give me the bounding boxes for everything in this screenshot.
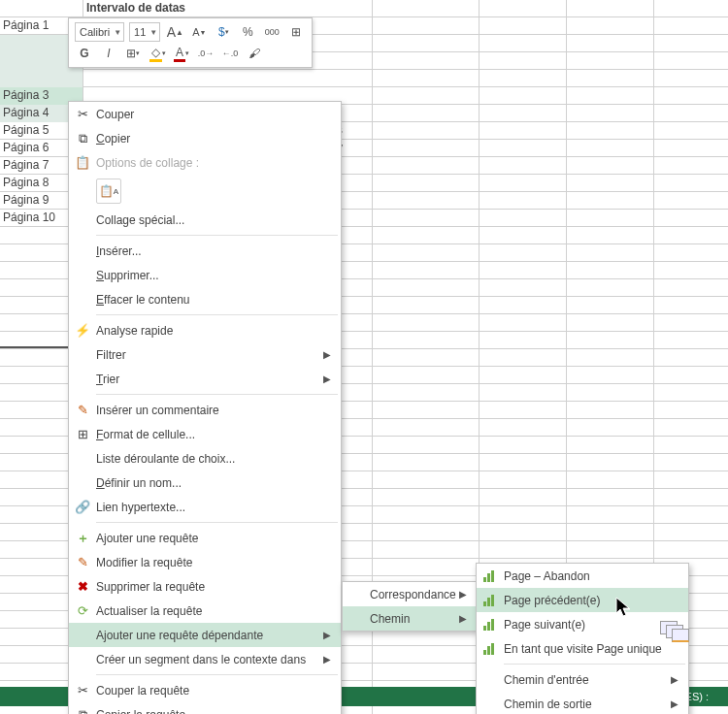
ctx-format-cells[interactable]: ⊞Format de cellule... [69,422,341,446]
scissors-icon: ✂ [69,683,96,698]
ctx-define-name[interactable]: Définir un nom... [69,471,341,495]
sub2-page-precedent[interactable]: Page précédent(e) [477,588,688,612]
quick-analysis-icon: ⚡ [69,323,96,338]
submenu-dependent: Correspondance▶ Chemin▶ [342,581,478,632]
sub-chemin[interactable]: Chemin▶ [343,606,477,631]
delete-icon: ✖ [69,579,96,594]
header-intervalo[interactable]: Intervalo de datas [83,0,373,17]
ctx-create-segment[interactable]: Créer un segment dans le contexte dans▶ [69,647,341,671]
fill-color-icon[interactable]: ◇▾ [148,44,167,63]
ctx-cut[interactable]: ✂Couper [69,102,341,126]
copy-icon: ⧉ [69,131,96,146]
ctx-delete[interactable]: Supprimer... [69,263,341,287]
ctx-copy[interactable]: ⧉Copier [69,126,341,150]
ctx-refresh-query[interactable]: ⟳Actualiser la requête [69,599,341,623]
ctx-hyperlink[interactable]: 🔗Lien hypertexte... [69,495,341,519]
italic-button[interactable]: I [99,44,118,63]
chart-icon [477,619,504,631]
refresh-icon: ⟳ [69,603,96,618]
ctx-insert-comment[interactable]: ✎Insérer un commentaire [69,398,341,422]
context-menu: ✂Couper ⧉Copier 📋Options de collage : 📋A… [68,101,342,714]
ctx-add-query[interactable]: ＋Ajouter une requête [69,526,341,550]
sub2-chemin-entree[interactable]: Chemin d'entrée▶ [477,667,688,692]
add-icon: ＋ [69,530,96,547]
ctx-dropdown-list[interactable]: Liste déroulante de choix... [69,446,341,471]
sub-correspondance[interactable]: Correspondance▶ [343,582,477,606]
decrease-decimal-icon[interactable]: .0→ [196,44,215,63]
ctx-add-dependent-query[interactable]: Ajouter une requête dépendante▶ [69,623,341,647]
ctx-paste-options-label: 📋Options de collage : [69,150,341,175]
cell-a1[interactable] [0,0,83,17]
ctx-filter[interactable]: Filtrer▶ [69,342,341,367]
clipboard-icon: 📋 [69,155,96,170]
font-color-icon[interactable]: A▾ [172,44,191,63]
ctx-cut-query[interactable]: ✂Couper la requête [69,678,341,702]
copy-icon: ⧉ [69,707,96,715]
ctx-clear[interactable]: Effacer le contenu [69,287,341,311]
increase-decimal-icon[interactable]: ←.0 [220,44,240,63]
borders-icon[interactable]: ⊞▾ [123,44,143,63]
sub2-chemin-sortie[interactable]: Chemin de sortie▶ [477,692,688,714]
ctx-insert[interactable]: Insérer... [69,239,341,263]
submenu-chemin: Page – Abandon Page précédent(e) Page su… [476,563,689,714]
sub2-page-suivant[interactable]: Page suivant(e) [477,612,688,636]
ctx-delete-query[interactable]: ✖Supprimer la requête [69,574,341,599]
edit-icon: ✎ [69,555,96,569]
comma-style-icon[interactable]: 000 [262,22,281,42]
section-divider [0,346,68,349]
mini-toolbar: Calibri▼ 11▼ A▲ A▼ $▾ % 000 ⊞ G I ⊞▾ ◇▾ … [68,17,313,68]
ctx-copy-query[interactable]: ⧉Copier la requête [69,702,341,714]
ctx-sort[interactable]: Trier▶ [69,367,341,391]
comment-icon: ✎ [69,403,96,417]
format-cells-icon: ⊞ [69,427,96,441]
sub2-page-abandon[interactable]: Page – Abandon [477,564,688,588]
increase-font-icon[interactable]: A▲ [165,22,184,42]
font-name-combo[interactable]: Calibri▼ [75,22,124,42]
ctx-paste-special[interactable]: Collage spécial... [69,208,341,232]
chart-icon [477,643,504,655]
accounting-format-icon[interactable]: $▾ [214,22,233,42]
paste-default-icon[interactable]: 📋A [96,178,121,204]
frames-graphic-icon [660,621,689,642]
ctx-quick-analysis[interactable]: ⚡Analyse rapide [69,318,341,342]
format-painter-icon[interactable]: 🖌 [245,44,264,63]
paste-options-row: 📋A [69,175,341,208]
sub2-page-unique[interactable]: En tant que visite Page unique [477,636,688,661]
ctx-edit-query[interactable]: ✎Modifier la requête [69,550,341,574]
chart-icon [477,570,504,582]
percent-icon[interactable]: % [238,22,257,42]
hyperlink-icon: 🔗 [69,500,96,514]
format-cells-icon[interactable]: ⊞ [286,22,306,42]
scissors-icon: ✂ [69,107,96,121]
decrease-font-icon[interactable]: A▼ [189,22,209,42]
bold-button[interactable]: G [75,44,94,63]
chart-icon [477,595,504,606]
font-size-combo[interactable]: 11▼ [129,22,160,42]
